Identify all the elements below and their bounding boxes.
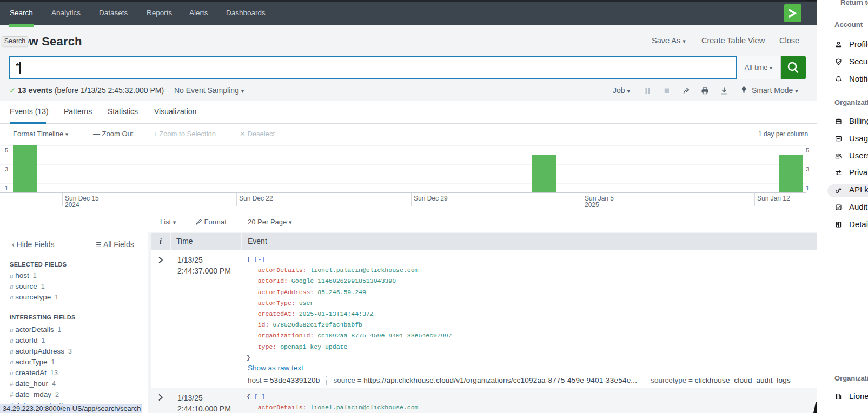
svg-text:5: 5	[806, 147, 809, 154]
svg-text:3: 3	[806, 166, 809, 172]
svg-text:2024: 2024	[65, 201, 79, 209]
svg-text:5: 5	[5, 147, 8, 154]
svg-text:2025: 2025	[585, 201, 599, 209]
svg-text:Sun Dec 29: Sun Dec 29	[414, 195, 448, 202]
svg-text:3: 3	[5, 166, 8, 172]
svg-text:Sun Jan 12: Sun Jan 12	[757, 195, 790, 202]
svg-text:1: 1	[806, 185, 809, 191]
svg-text:Sun Dec 22: Sun Dec 22	[239, 195, 273, 202]
svg-text:1: 1	[5, 185, 8, 191]
